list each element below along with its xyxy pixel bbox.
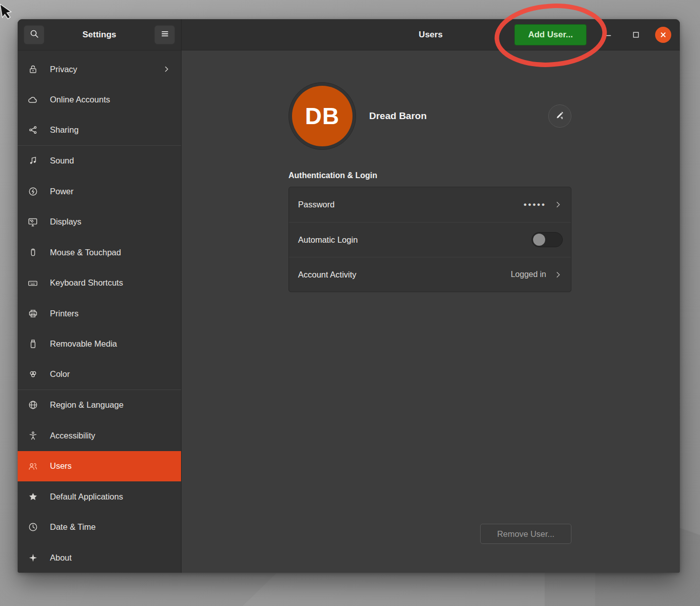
settings-window: Settings Users Add User... — [18, 19, 680, 573]
sidebar-item-label: Mouse & Touchpad — [50, 248, 121, 257]
search-icon — [29, 28, 40, 41]
automatic-login-row: Automatic Login — [289, 222, 571, 257]
maximize-icon — [631, 30, 640, 39]
password-row[interactable]: Password ••••• — [289, 187, 571, 222]
sidebar-item-online-accounts[interactable]: Online Accounts — [18, 85, 181, 116]
power-icon — [27, 185, 39, 197]
avatar-initials: DB — [292, 86, 353, 146]
search-button[interactable] — [24, 25, 44, 44]
sidebar-item-label: Region & Language — [50, 400, 124, 410]
account-activity-label: Account Activity — [298, 270, 357, 280]
sidebar-item-label: Sharing — [50, 125, 79, 135]
users-panel: DB Dread Baron Authentication & Login Pa… — [182, 50, 680, 573]
chevron-right-icon — [553, 270, 563, 280]
sidebar-item-label: Keyboard Shortcuts — [50, 278, 123, 288]
headerbar: Users Add User... — [182, 19, 680, 50]
menu-button[interactable] — [154, 25, 175, 44]
sidebar-item-removable-media[interactable]: Removable Media — [18, 329, 181, 360]
edit-user-button[interactable] — [548, 104, 571, 128]
section-title: Authentication & Login — [288, 171, 571, 180]
toggle-knob — [533, 234, 545, 246]
sidebar-item-sharing[interactable]: Sharing — [18, 115, 181, 146]
cloud-icon — [27, 94, 39, 106]
user-name: Dread Baron — [369, 111, 427, 122]
sidebar-item-label: Accessibility — [50, 431, 95, 440]
display-icon — [27, 216, 39, 228]
pencil-icon — [554, 109, 565, 123]
color-icon — [27, 368, 39, 380]
hamburger-menu-icon — [159, 28, 170, 41]
minimize-icon — [604, 30, 613, 39]
maximize-button[interactable] — [628, 27, 644, 43]
sidebar-item-power[interactable]: Power — [18, 176, 181, 207]
sidebar-item-region-language[interactable]: Region & Language — [18, 390, 181, 421]
sidebar-item-label: Users — [50, 461, 72, 471]
account-activity-value: Logged in — [511, 270, 546, 279]
password-label: Password — [298, 200, 334, 209]
sidebar-item-mouse-touchpad[interactable]: Mouse & Touchpad — [18, 237, 181, 268]
mouse-cursor — [0, 2, 19, 25]
usb-icon — [27, 338, 39, 350]
sidebar-item-label: Sound — [50, 156, 74, 166]
sparkle-icon — [27, 552, 39, 564]
sidebar-item-color[interactable]: Color — [18, 359, 181, 390]
star-icon — [27, 490, 39, 503]
add-user-button[interactable]: Add User... — [514, 24, 587, 45]
avatar: DB — [288, 82, 356, 150]
sidebar-item-label: About — [50, 553, 72, 563]
close-button[interactable] — [655, 27, 671, 43]
automatic-login-label: Automatic Login — [298, 235, 358, 245]
globe-icon — [27, 399, 39, 411]
desktop: { "sidebar_header": { "title": "Settings… — [0, 0, 700, 606]
page-title: Users — [419, 30, 442, 40]
sidebar-item-label: Printers — [50, 309, 79, 318]
printer-icon — [27, 307, 39, 319]
remove-user-button[interactable]: Remove User... — [480, 524, 571, 544]
accessibility-icon — [27, 429, 39, 442]
chevron-right-icon — [553, 200, 563, 209]
sidebar-item-about[interactable]: About — [18, 542, 181, 573]
sidebar-item-accessibility[interactable]: Accessibility — [18, 420, 181, 451]
sidebar-item-sound[interactable]: Sound — [18, 146, 181, 177]
clock-icon — [27, 521, 39, 533]
sidebar-item-default-applications[interactable]: Default Applications — [18, 481, 181, 512]
password-value: ••••• — [523, 200, 546, 210]
account-activity-row[interactable]: Account Activity Logged in — [289, 257, 571, 292]
sidebar-item-label: Privacy — [50, 65, 77, 74]
music-note-icon — [27, 155, 39, 167]
sidebar-item-label: Online Accounts — [50, 95, 110, 104]
chevron-right-icon — [162, 65, 171, 74]
sidebar-item-date-time[interactable]: Date & Time — [18, 512, 181, 543]
users-icon — [27, 460, 39, 472]
minimize-button[interactable] — [601, 27, 617, 43]
keyboard-icon — [27, 277, 39, 289]
sidebar-item-printers[interactable]: Printers — [18, 298, 181, 329]
sidebar-item-label: Date & Time — [50, 522, 96, 532]
automatic-login-toggle[interactable] — [532, 232, 563, 247]
auth-login-panel: Password ••••• Automatic Login Account A… — [288, 187, 571, 292]
sidebar-header: Settings — [18, 19, 182, 50]
mouse-icon — [27, 246, 39, 258]
sidebar-item-label: Displays — [50, 217, 81, 227]
share-icon — [27, 124, 39, 136]
close-icon — [659, 30, 668, 39]
sidebar-item-label: Removable Media — [50, 339, 117, 349]
lock-icon — [27, 63, 39, 75]
sidebar-item-displays[interactable]: Displays — [18, 207, 181, 238]
sidebar-item-label: Color — [50, 369, 70, 379]
sidebar-item-label: Power — [50, 187, 74, 196]
sidebar-item-users[interactable]: Users — [18, 451, 181, 482]
sidebar: Privacy Online Accounts Sharing Sound — [18, 50, 182, 573]
user-profile: DB Dread Baron — [288, 82, 571, 150]
sidebar-item-privacy[interactable]: Privacy — [18, 54, 181, 85]
sidebar-item-label: Default Applications — [50, 492, 123, 502]
window-controls — [590, 27, 671, 43]
sidebar-item-keyboard-shortcuts[interactable]: Keyboard Shortcuts — [18, 268, 181, 299]
